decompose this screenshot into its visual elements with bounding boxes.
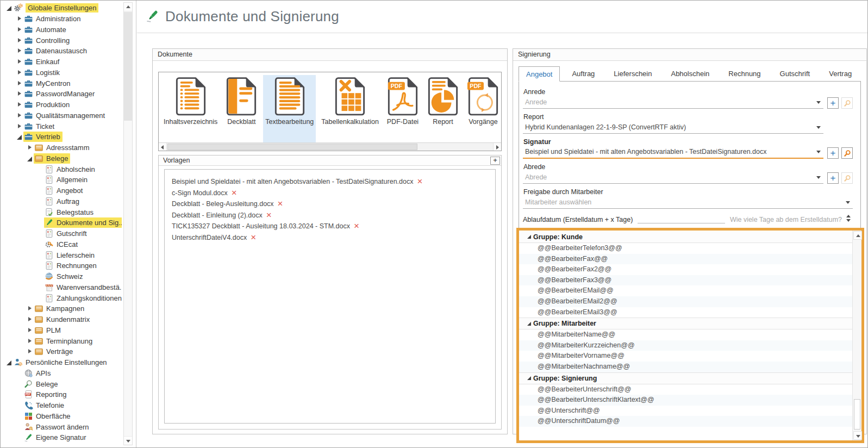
tree-item-passwort-ndern[interactable]: Passwort ändern: [1, 421, 122, 432]
chevron-down-icon[interactable]: [846, 201, 850, 204]
abrede-select[interactable]: Abrede: [523, 172, 823, 184]
tab-lieferschein[interactable]: Lieferschein: [607, 66, 659, 82]
signatur-select[interactable]: Beispiel und Spieldatei - mit alten Ange…: [523, 147, 823, 159]
tree-item-eigene-signatur[interactable]: Eigene Signatur: [1, 432, 122, 443]
template-file-row[interactable]: Deckblatt - Beleg-Ausleitung.docx×: [172, 198, 495, 210]
tree-item-plm[interactable]: PLM: [1, 325, 122, 336]
tab-angebot[interactable]: Angebot: [519, 66, 560, 82]
tree-item-logistik[interactable]: Logistik: [1, 67, 122, 78]
expander-collapsed-icon[interactable]: [15, 36, 23, 45]
template-file-row[interactable]: c-Sign Modul.docx×: [172, 188, 495, 199]
stepper-down-icon[interactable]: [846, 219, 851, 222]
delete-file-icon[interactable]: ×: [417, 178, 422, 185]
tree-item-telefonie[interactable]: Telefonie: [1, 400, 122, 411]
expander-collapsed-icon[interactable]: [15, 47, 23, 55]
stepper-up-icon[interactable]: [846, 215, 851, 217]
anrede-add-button[interactable]: +: [827, 97, 839, 109]
tree-item-vertr-ge[interactable]: Verträge: [1, 346, 122, 357]
variable-item[interactable]: @@UnterschriftDatum@@: [519, 416, 852, 427]
expander-collapsed-icon[interactable]: [15, 101, 23, 109]
signatur-add-button[interactable]: +: [827, 147, 839, 159]
tree-item-ticket[interactable]: Ticket: [1, 121, 122, 132]
variable-group-gruppe-mitarbeiter[interactable]: Gruppe: Mitarbeiter: [519, 318, 852, 329]
tree-item-controlling[interactable]: Controlling: [1, 35, 122, 46]
chevron-down-icon[interactable]: [816, 151, 821, 153]
expander-collapsed-icon[interactable]: [15, 122, 23, 130]
variables-scrollbar[interactable]: [852, 231, 861, 440]
tree-item-belege[interactable]: Belege: [1, 378, 122, 389]
doc-type-textbearbeitung[interactable]: Textbearbeitung: [263, 75, 316, 143]
tab-rechnung[interactable]: Rechnung: [721, 66, 767, 82]
tree-item-automate[interactable]: Automate: [1, 24, 122, 35]
tree-item-lieferschein[interactable]: Lieferschein: [1, 250, 122, 260]
expander-collapsed-icon[interactable]: [15, 15, 23, 23]
scroll-up-icon[interactable]: [124, 3, 132, 11]
document-strip-scrollbar[interactable]: [159, 142, 501, 151]
chevron-down-icon[interactable]: [816, 176, 821, 179]
expander-collapsed-icon[interactable]: [15, 79, 23, 88]
tree-item-zahlungskonditionen[interactable]: Zahlungskonditionen: [1, 293, 122, 303]
tab-vertrag[interactable]: Vertrag: [822, 66, 859, 82]
doc-type-inhaltsverzeichnis[interactable]: Inhaltsverzeichnis: [161, 75, 220, 143]
expander-expanded-icon[interactable]: [526, 320, 533, 327]
expander-collapsed-icon[interactable]: [15, 69, 23, 77]
tree-item-kundenmatrix[interactable]: Kundenmatrix: [1, 314, 122, 325]
variable-item[interactable]: @@BearbeiterTelefon3@@: [519, 243, 852, 254]
tree-item-gutschrift[interactable]: Gutschrift: [1, 228, 122, 239]
expander-collapsed-icon[interactable]: [15, 90, 23, 98]
tree-item-angebot[interactable]: Angebot: [1, 185, 122, 196]
variable-group-gruppe-signierung[interactable]: Gruppe: Signierung: [519, 372, 852, 384]
delete-file-icon[interactable]: ×: [251, 234, 256, 241]
tree-item-kampagnen[interactable]: Kampagnen: [1, 303, 122, 314]
variable-item[interactable]: @@BearbeiterFax3@@: [519, 275, 852, 286]
expander-collapsed-icon[interactable]: [15, 58, 23, 66]
variable-item[interactable]: @@MitarbeiterKurzzeichen@@: [519, 340, 852, 351]
tab-auftrag[interactable]: Auftrag: [565, 66, 602, 82]
tree-item-belegstatus[interactable]: Belegstatus: [1, 207, 122, 217]
tree-item-dokumente-und-sig[interactable]: Dokumente und Sig...: [1, 217, 122, 228]
variable-group-gruppe-kunde[interactable]: Gruppe: Kunde: [519, 231, 852, 243]
scrollbar-thumb[interactable]: [854, 399, 860, 430]
tab-abholschein[interactable]: Abholschein: [664, 66, 716, 82]
tree-item-terminplanung[interactable]: Terminplanung: [1, 335, 122, 346]
expander-collapsed-icon[interactable]: [26, 347, 34, 356]
tree-item-einkauf[interactable]: Einkauf: [1, 57, 122, 67]
expander-expanded-icon[interactable]: [526, 375, 533, 382]
variable-item[interactable]: @@MitarbeiterName@@: [519, 329, 852, 340]
expander-collapsed-icon[interactable]: [26, 315, 34, 323]
variable-item[interactable]: @@Unterschrift@@: [519, 406, 852, 416]
tree-item-qualit-tsmanagement[interactable]: Qualitätsmanagement: [1, 110, 122, 121]
tree-item-datenaustausch[interactable]: Datenaustausch: [1, 46, 122, 57]
variable-item[interactable]: @@MitarbeiterVorname@@: [519, 351, 852, 362]
expander-expanded-icon[interactable]: [526, 233, 533, 240]
doc-type-vorg-nge[interactable]: PDFVorgänge: [465, 75, 501, 143]
variable-item[interactable]: @@BearbeiterEMail3@@: [519, 307, 852, 318]
template-file-row[interactable]: UnterschriftDateiV4.docx×: [172, 232, 495, 244]
ablaufdatum-input[interactable]: [638, 215, 725, 223]
template-file-row[interactable]: TICK135327 Deckblatt - Ausleitung 18.03.…: [172, 221, 495, 232]
expander-expanded-icon[interactable]: [15, 133, 23, 141]
scrollbar-thumb[interactable]: [167, 144, 417, 150]
chevron-down-icon[interactable]: [816, 101, 821, 104]
template-file-row[interactable]: Beispiel und Spieldatei - mit alten Ange…: [172, 176, 495, 188]
variable-item[interactable]: @@BearbeiterUnterschriftKlartext@@: [519, 395, 852, 406]
scroll-up-icon[interactable]: [853, 231, 862, 240]
anrede-select[interactable]: Anrede: [523, 97, 823, 109]
expander-collapsed-icon[interactable]: [26, 326, 34, 334]
tree-item-reporting[interactable]: PDFReporting: [1, 389, 122, 400]
expander-collapsed-icon[interactable]: [26, 304, 34, 313]
doc-type-tabellenkalkulation[interactable]: Tabellenkalkulation: [319, 75, 381, 143]
expander-expanded-icon[interactable]: [26, 154, 34, 163]
variable-item[interactable]: @@BearbeiterUnterschrift@@: [519, 384, 852, 395]
delete-file-icon[interactable]: ×: [278, 200, 283, 208]
variable-item[interactable]: @@BearbeiterEMail2@@: [519, 296, 852, 307]
tree-item-oberfl-che[interactable]: Oberfläche: [1, 411, 122, 422]
expander-collapsed-icon[interactable]: [26, 144, 34, 152]
tree-item-administration[interactable]: Administration: [1, 14, 122, 24]
expander-expanded-icon[interactable]: [5, 358, 13, 366]
tab-gutschrift[interactable]: Gutschrift: [773, 66, 817, 82]
doc-type-deckblatt[interactable]: Deckblatt: [223, 75, 260, 143]
tree-item-abholschein[interactable]: Abholschein: [1, 164, 122, 175]
tree-item-auftrag[interactable]: Auftrag: [1, 196, 122, 207]
tree-item-icecat[interactable]: ICEcat: [1, 239, 122, 250]
